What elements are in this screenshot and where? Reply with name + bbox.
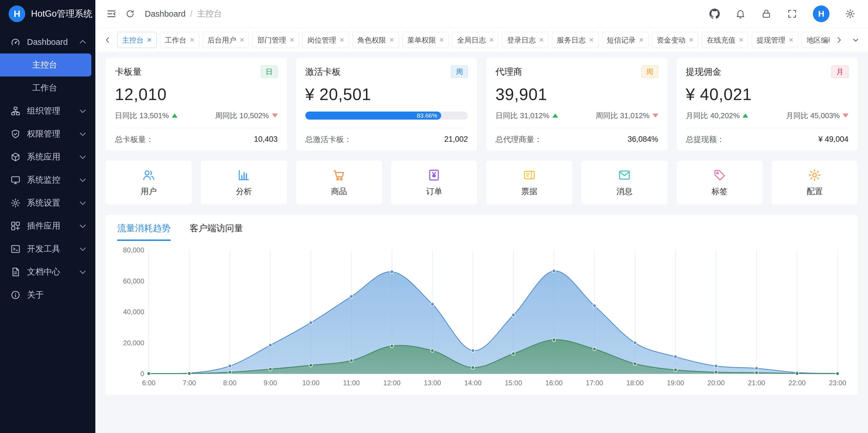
- stat-card-badge: 周: [641, 65, 658, 78]
- tab-close-icon[interactable]: ×: [689, 36, 694, 44]
- menu-collapse-button[interactable]: [106, 8, 117, 20]
- stat-card-metrics: 日同比 31,012%周同比 31,012%: [495, 110, 658, 122]
- shortcut-analysis[interactable]: 分析: [201, 161, 287, 204]
- tab-close-icon[interactable]: ×: [439, 36, 444, 44]
- tab-fund-change[interactable]: 资金变动×: [652, 32, 699, 48]
- tab-global-log[interactable]: 全局日志×: [452, 32, 499, 48]
- shortcut-label: 票据: [521, 186, 537, 197]
- svg-text:0: 0: [141, 370, 144, 377]
- chevron-down-icon: [78, 244, 88, 254]
- hotgo-logo-icon: H: [9, 5, 25, 22]
- metric-text: 周同比 10,502%: [215, 111, 269, 121]
- notifications-button[interactable]: [735, 9, 746, 19]
- settings-button[interactable]: [845, 9, 855, 19]
- tab-close-icon[interactable]: ×: [190, 36, 194, 44]
- chart-card: 流量消耗趋势客户端访问量 020,00040,00060,00080,0006:…: [106, 215, 858, 395]
- stat-footer-value: 10,403: [254, 135, 278, 144]
- tab-close-icon[interactable]: ×: [390, 36, 394, 44]
- lock-screen-button[interactable]: [761, 9, 772, 19]
- tab-close-icon[interactable]: ×: [489, 36, 494, 44]
- tab-label: 登录日志: [507, 35, 536, 45]
- avatar[interactable]: H: [813, 5, 830, 22]
- sidebar-item-permission[interactable]: 权限管理: [0, 122, 95, 145]
- shortcut-messages[interactable]: 消息: [581, 161, 667, 204]
- tab-close-icon[interactable]: ×: [789, 36, 793, 44]
- tag-icon: [713, 168, 726, 182]
- svg-text:19:00: 19:00: [667, 379, 684, 387]
- chart-tabs: 流量消耗趋势客户端访问量: [117, 215, 846, 241]
- tab-workbench[interactable]: 工作台×: [160, 32, 199, 48]
- stat-footer-label: 总提现额：: [686, 134, 725, 145]
- tab-list: 主控台×工作台×后台用户×部门管理×岗位管理×角色权限×菜单权限×全局日志×登录…: [117, 32, 830, 48]
- chevron-down-icon: [78, 152, 88, 162]
- breadcrumb-item-console: 主控台: [197, 8, 222, 20]
- chart-tab-client-visits[interactable]: 客户端访问量: [190, 222, 243, 241]
- tab-close-icon[interactable]: ×: [289, 36, 294, 44]
- sidebar-item-devtools[interactable]: 开发工具: [0, 237, 95, 260]
- shortcut-config[interactable]: 配置: [772, 161, 858, 204]
- tabs-menu-button[interactable]: [851, 36, 860, 44]
- stat-card-value: 39,901: [495, 85, 658, 104]
- svg-text:13:00: 13:00: [424, 379, 441, 387]
- sidebar-menu: Dashboard主控台工作台组织管理权限管理系统应用系统监控系统设置插件应用开…: [0, 28, 95, 433]
- svg-text:80,000: 80,000: [123, 246, 144, 254]
- sidebar-subitem-console[interactable]: 主控台: [0, 54, 91, 77]
- shortcut-tags[interactable]: 标签: [677, 161, 763, 204]
- breadcrumb-item-dashboard[interactable]: Dashboard: [145, 9, 186, 19]
- sidebar-item-system-app[interactable]: 系统应用: [0, 145, 95, 169]
- tab-label: 短信记录: [607, 35, 636, 45]
- sidebar-item-plugin[interactable]: 插件应用: [0, 214, 95, 237]
- sidebar-item-docs[interactable]: 文档中心: [0, 260, 95, 284]
- shortcut-label: 标签: [711, 186, 727, 197]
- tab-close-icon[interactable]: ×: [589, 36, 594, 44]
- header-actions: H: [709, 5, 855, 22]
- stat-card-header: 代理商周: [495, 65, 658, 78]
- tab-department[interactable]: 部门管理×: [252, 32, 299, 48]
- sidebar-item-label: 开发工具: [27, 243, 71, 255]
- shortcut-users[interactable]: 用户: [106, 161, 192, 204]
- order-icon: [427, 168, 441, 182]
- app-logo[interactable]: H HotGo管理系统: [0, 0, 95, 28]
- tab-region-code[interactable]: 地区编码×: [802, 32, 830, 48]
- svg-text:11:00: 11:00: [343, 379, 360, 387]
- tab-backend-user[interactable]: 后台用户×: [203, 32, 249, 48]
- tab-withdraw-manage[interactable]: 提现管理×: [752, 32, 798, 48]
- chevron-down-icon: [78, 221, 88, 231]
- sidebar-item-about[interactable]: 关于: [0, 284, 95, 307]
- sidebar-item-system-setting[interactable]: 系统设置: [0, 192, 95, 214]
- stat-card-footer: 总提现额：¥ 49,004: [686, 128, 849, 150]
- sidebar-item-dashboard[interactable]: Dashboard: [0, 30, 95, 54]
- sidebar-item-system-monitor[interactable]: 系统监控: [0, 169, 95, 192]
- sidebar-item-organization[interactable]: 组织管理: [0, 99, 95, 122]
- tab-online-recharge[interactable]: 在线充值×: [702, 32, 748, 48]
- tab-bar: 主控台×工作台×后台用户×部门管理×岗位管理×角色权限×菜单权限×全局日志×登录…: [95, 28, 868, 52]
- svg-text:8:00: 8:00: [223, 379, 237, 387]
- svg-text:7:00: 7:00: [183, 379, 196, 387]
- tab-post[interactable]: 岗位管理×: [303, 32, 349, 48]
- tab-close-icon[interactable]: ×: [340, 36, 344, 44]
- tabs-scroll-right-button[interactable]: [835, 36, 843, 44]
- tab-sms-record[interactable]: 短信记录×: [602, 32, 649, 48]
- tab-close-icon[interactable]: ×: [739, 36, 743, 44]
- chart-tab-traffic-trend[interactable]: 流量消耗趋势: [117, 222, 170, 241]
- shortcut-goods[interactable]: 商品: [296, 161, 382, 204]
- progress-label: 83.66%: [417, 112, 437, 119]
- tab-role-permission[interactable]: 角色权限×: [352, 32, 399, 48]
- shortcut-label: 订单: [426, 186, 442, 197]
- tab-menu-permission[interactable]: 菜单权限×: [402, 32, 449, 48]
- shortcut-tickets[interactable]: 票据: [486, 161, 572, 204]
- bar-chart-icon: [237, 168, 251, 182]
- tab-close-icon[interactable]: ×: [147, 36, 152, 44]
- tab-close-icon[interactable]: ×: [240, 36, 244, 44]
- fullscreen-button[interactable]: [787, 9, 797, 19]
- tab-login-log[interactable]: 登录日志×: [502, 32, 549, 48]
- tab-close-icon[interactable]: ×: [639, 36, 644, 44]
- shortcut-orders[interactable]: 订单: [391, 161, 477, 204]
- tabs-scroll-left-button[interactable]: [103, 36, 112, 44]
- github-button[interactable]: [709, 9, 720, 19]
- sidebar-subitem-workbench[interactable]: 工作台: [0, 77, 91, 99]
- tab-service-log[interactable]: 服务日志×: [552, 32, 598, 48]
- tab-close-icon[interactable]: ×: [539, 36, 544, 44]
- tab-console[interactable]: 主控台×: [117, 32, 157, 48]
- refresh-button[interactable]: [125, 9, 135, 19]
